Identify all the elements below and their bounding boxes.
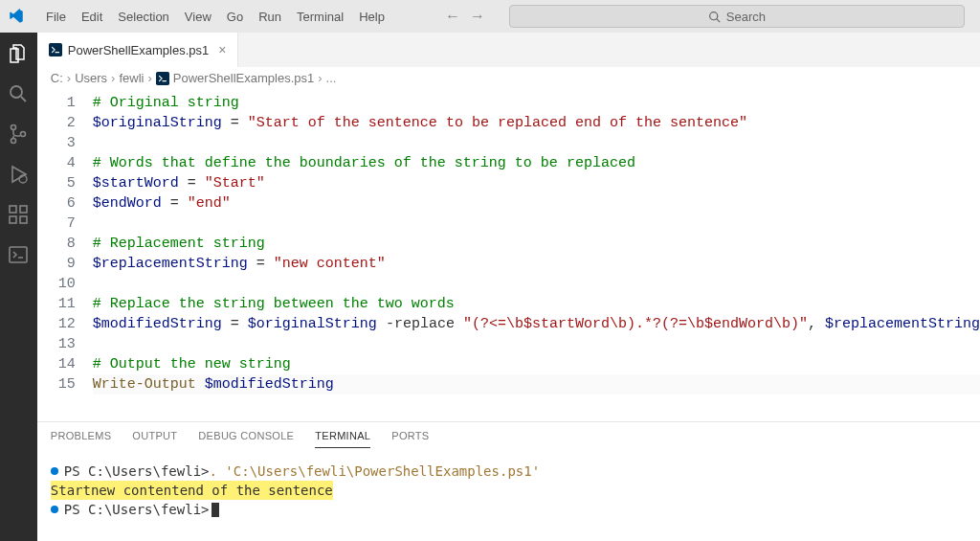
svg-rect-9: [10, 247, 27, 262]
terminal-prompt: PS C:\Users\fewli>: [64, 500, 210, 519]
terminal-icon[interactable]: [7, 243, 30, 266]
code-line[interactable]: [93, 334, 980, 354]
nav-back-icon[interactable]: ←: [444, 8, 461, 25]
chevron-right-icon: ›: [67, 71, 71, 85]
menu-terminal[interactable]: Terminal: [289, 6, 351, 28]
panel-tabs: PROBLEMSOUTPUTDEBUG CONSOLETERMINALPORTS: [37, 422, 980, 448]
search-placeholder: Search: [726, 10, 766, 24]
terminal-line: PS C:\Users\fewli> . 'C:\Users\fewli\Pow…: [51, 462, 967, 481]
code-line[interactable]: # Words that define the boundaries of th…: [93, 153, 980, 173]
code-editor[interactable]: 123456789101112131415 # Original string$…: [37, 89, 980, 421]
source-control-icon[interactable]: [7, 123, 30, 146]
code-line[interactable]: $startWord = "Start": [93, 173, 980, 193]
menu-view[interactable]: View: [177, 6, 219, 28]
chevron-right-icon: ›: [318, 71, 322, 85]
code-line[interactable]: [93, 274, 980, 294]
nav-forward-icon[interactable]: →: [469, 8, 486, 25]
titlebar: FileEditSelectionViewGoRunTerminalHelp ←…: [0, 0, 980, 33]
svg-rect-5: [10, 206, 16, 213]
search-activity-icon[interactable]: [7, 82, 30, 105]
menu-file[interactable]: File: [38, 6, 74, 28]
explorer-icon[interactable]: [7, 42, 30, 65]
chevron-right-icon: ›: [147, 71, 151, 85]
code-line[interactable]: $endWord = "end": [93, 193, 980, 214]
panel-tab-output[interactable]: OUTPUT: [132, 430, 177, 448]
terminal-cursor: [212, 503, 219, 517]
menu-run[interactable]: Run: [251, 6, 289, 28]
search-icon: [708, 11, 721, 23]
nav-arrows: ← →: [444, 8, 486, 25]
code-line[interactable]: # Original string: [93, 93, 980, 113]
svg-rect-6: [10, 216, 16, 223]
code-line[interactable]: [93, 214, 980, 234]
terminal-command: . 'C:\Users\fewli\PowerShellExamples.ps1…: [210, 462, 541, 481]
breadcrumb-part[interactable]: C:: [51, 71, 63, 85]
code-content[interactable]: # Original string$originalString = "Star…: [93, 93, 980, 421]
svg-point-3: [21, 132, 26, 137]
prompt-bullet-icon: [51, 506, 58, 513]
command-center[interactable]: Search: [509, 5, 965, 28]
svg-rect-8: [20, 206, 27, 213]
breadcrumb-file[interactable]: PowerShellExamples.ps1: [156, 71, 314, 85]
code-line[interactable]: $replacementString = "new content": [93, 254, 980, 274]
terminal-output[interactable]: PS C:\Users\fewli> . 'C:\Users\fewli\Pow…: [37, 448, 980, 541]
chevron-right-icon: ›: [111, 71, 115, 85]
code-line[interactable]: [93, 133, 980, 153]
activity-bar: [0, 33, 37, 541]
menu-edit[interactable]: Edit: [74, 6, 110, 28]
powershell-file-icon: [156, 72, 169, 85]
terminal-line: Startnew contentend of the sentence: [51, 481, 967, 500]
line-gutter: 123456789101112131415: [37, 93, 93, 421]
prompt-bullet-icon: [51, 467, 58, 475]
svg-rect-10: [49, 43, 62, 56]
code-line[interactable]: Write-Output $modifiedString: [93, 374, 980, 394]
vscode-logo-icon: [8, 8, 25, 25]
terminal-prompt: PS C:\Users\fewli>: [64, 462, 210, 481]
svg-point-1: [11, 125, 16, 130]
menu-go[interactable]: Go: [219, 6, 251, 28]
terminal-output-highlight: Startnew contentend of the sentence: [51, 481, 333, 500]
code-line[interactable]: # Output the new string: [93, 354, 980, 374]
code-line[interactable]: # Replacement string: [93, 234, 980, 254]
panel-tab-ports[interactable]: PORTS: [391, 430, 429, 448]
menu-help[interactable]: Help: [351, 6, 392, 28]
code-line[interactable]: # Replace the string between the two wor…: [93, 294, 980, 314]
menu-bar: FileEditSelectionViewGoRunTerminalHelp: [38, 6, 392, 28]
bottom-panel: PROBLEMSOUTPUTDEBUG CONSOLETERMINALPORTS…: [37, 421, 980, 541]
svg-point-2: [11, 139, 16, 144]
extensions-icon[interactable]: [7, 203, 30, 226]
breadcrumb-part[interactable]: Users: [75, 71, 107, 85]
panel-tab-terminal[interactable]: TERMINAL: [315, 430, 370, 448]
terminal-line: PS C:\Users\fewli>: [51, 500, 967, 519]
tab-label: PowerShellExamples.ps1: [68, 43, 209, 57]
breadcrumb-ellipsis[interactable]: ...: [326, 71, 337, 85]
code-line[interactable]: $originalString = "Start of the sentence…: [93, 113, 980, 133]
svg-point-0: [11, 86, 22, 98]
editor-tabs: PowerShellExamples.ps1 ×: [37, 33, 980, 67]
breadcrumb[interactable]: C: › Users › fewli › PowerShellExamples.…: [37, 67, 980, 89]
powershell-file-icon: [49, 43, 62, 56]
menu-selection[interactable]: Selection: [110, 6, 176, 28]
code-line[interactable]: $modifiedString = $originalString -repla…: [93, 314, 980, 334]
svg-rect-11: [156, 72, 169, 85]
panel-tab-problems[interactable]: PROBLEMS: [51, 430, 112, 448]
breadcrumb-part[interactable]: fewli: [119, 71, 144, 85]
run-debug-icon[interactable]: [7, 163, 30, 186]
svg-rect-7: [20, 216, 27, 223]
tab-powershell-examples[interactable]: PowerShellExamples.ps1 ×: [37, 33, 239, 67]
close-icon[interactable]: ×: [218, 42, 226, 57]
panel-tab-debug-console[interactable]: DEBUG CONSOLE: [198, 430, 294, 448]
